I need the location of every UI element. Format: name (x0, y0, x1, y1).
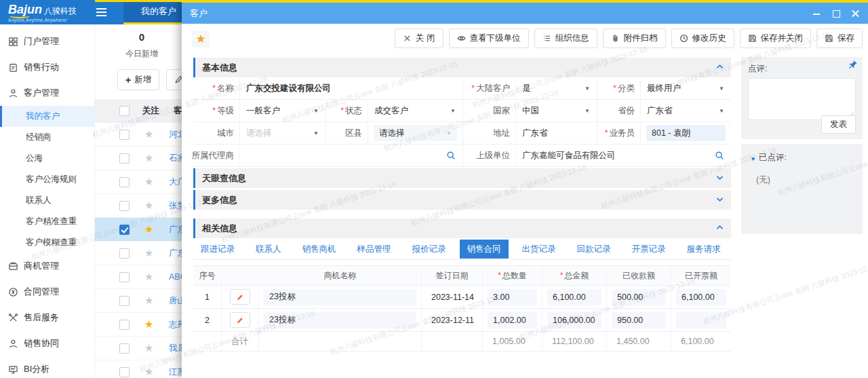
hamburger-menu-icon[interactable] (96, 0, 115, 24)
star-icon[interactable]: ★ (144, 342, 158, 354)
province-select[interactable]: 广东省 ▼ (640, 100, 731, 121)
star-icon[interactable]: ★ (144, 223, 158, 235)
chevron-up-icon[interactable] (715, 223, 724, 234)
cell-received[interactable]: 950.00 (612, 312, 666, 328)
related-tab[interactable]: 服务请求 (679, 240, 728, 259)
row-checkbox[interactable] (119, 177, 130, 187)
sidebar-subitem[interactable]: 经销商 (0, 127, 94, 148)
sidebar-subitem[interactable]: 我的客户 (0, 106, 94, 127)
cell-opportunity-name[interactable]: 23投标 (264, 289, 416, 305)
star-icon[interactable]: ★ (144, 128, 158, 140)
address-field[interactable]: 广东省 (515, 122, 597, 144)
close-button[interactable]: 关 闭 (395, 29, 443, 48)
view-subordinate-button[interactable]: 查看下级单位 (449, 29, 529, 48)
row-checkbox[interactable] (119, 225, 130, 235)
row-checkbox[interactable] (119, 320, 130, 330)
select-all-checkbox[interactable] (119, 106, 130, 116)
cell-sign-date[interactable]: 2023-11-14 (422, 286, 483, 308)
name-field[interactable]: 广东交投建设有限公司 (239, 77, 462, 99)
add-customer-button[interactable]: + 新增 (117, 69, 159, 90)
cell-total-qty[interactable]: 1,002.00 (488, 312, 537, 328)
star-icon[interactable]: ★ (144, 200, 158, 212)
comment-textarea[interactable] (748, 78, 856, 120)
city-select[interactable]: 请选择 ▼ (239, 122, 326, 144)
mainland-select[interactable]: 是 ▼ (515, 77, 597, 99)
row-checkbox[interactable] (119, 272, 130, 282)
level-select[interactable]: 一般客户 ▼ (239, 100, 326, 121)
favorite-star-button[interactable]: ★ (192, 31, 210, 48)
minimize-icon[interactable] (812, 10, 821, 18)
cell-total-qty[interactable]: 3.00 (488, 289, 537, 305)
star-icon[interactable]: ★ (144, 295, 158, 307)
save-button[interactable]: 保存 (816, 29, 863, 48)
cell-total-amount[interactable]: 6,100.00 (547, 289, 601, 305)
row-checkbox[interactable] (119, 130, 130, 140)
modify-history-button[interactable]: 修改历史 (671, 29, 734, 48)
sidebar-item-sales-collab[interactable]: 销售协同 (0, 330, 94, 356)
cell-invoiced[interactable]: 6,100.00 (676, 289, 726, 305)
district-select[interactable]: 请选择 ▼ (368, 122, 462, 144)
reviewed-toggle[interactable]: ▲ 已点评: (749, 152, 854, 164)
section-more-info[interactable]: 更多信息 (193, 190, 731, 210)
row-checkbox[interactable] (119, 201, 130, 211)
cell-total-amount[interactable]: 106,000.00 (547, 312, 601, 328)
sidebar-item-opportunity[interactable]: 商机管理 (0, 253, 94, 279)
related-tab[interactable]: 开票记录 (625, 240, 673, 259)
chevron-up-icon[interactable] (715, 62, 724, 73)
sidebar-subitem[interactable]: 客户模糊查重 (0, 232, 94, 253)
related-tab[interactable]: 回款记录 (570, 240, 618, 259)
related-tab[interactable]: 销售合同 (460, 240, 509, 259)
row-checkbox[interactable] (119, 153, 130, 164)
cell-invoiced[interactable] (676, 312, 726, 328)
related-tab[interactable]: 样品管理 (350, 240, 399, 259)
pin-icon[interactable] (848, 60, 858, 71)
star-icon[interactable]: ★ (144, 247, 158, 259)
salesperson-field[interactable]: 801 - 袁朗 (640, 122, 731, 144)
related-tab[interactable]: 联系人 (248, 240, 289, 259)
parent-unit-lookup-field[interactable]: 广东嘉能可食品有限公司 (515, 145, 731, 166)
related-tab[interactable]: 销售商机 (295, 240, 344, 259)
close-icon[interactable] (852, 10, 860, 18)
search-icon[interactable] (446, 151, 456, 160)
sidebar-subitem[interactable]: 客户公海规则 (0, 169, 94, 190)
related-tab[interactable]: 报价记录 (405, 240, 454, 259)
edit-row-button[interactable] (230, 312, 250, 328)
cell-received[interactable]: 500.00 (612, 289, 666, 305)
cell-sign-date[interactable]: 2023-12-11 (422, 309, 483, 331)
sidebar-item-portal[interactable]: 门户管理 (0, 29, 94, 54)
sidebar-subitem[interactable]: 公海 (0, 148, 94, 169)
star-icon[interactable]: ★ (144, 152, 158, 164)
star-icon[interactable]: ★ (144, 318, 158, 330)
section-basic-info[interactable]: 基本信息 (193, 58, 731, 77)
sidebar-subitem[interactable]: 联系人 (0, 190, 94, 211)
status-select[interactable]: 成交客户 ▼ (368, 100, 462, 121)
sidebar-subitem[interactable]: 客户精准查重 (0, 211, 94, 232)
chevron-down-icon[interactable] (715, 173, 724, 184)
star-icon[interactable]: ★ (144, 366, 158, 378)
agent-lookup-field[interactable] (239, 145, 462, 166)
row-checkbox[interactable] (119, 248, 130, 259)
sidebar-item-contract[interactable]: 合同管理 (0, 279, 94, 305)
sidebar-item-bi[interactable]: BI分析 (0, 356, 94, 378)
edit-row-button[interactable] (230, 289, 250, 305)
chevron-down-icon[interactable] (715, 195, 724, 206)
section-tianyancha[interactable]: 天眼查信息 (193, 168, 731, 188)
organization-info-button[interactable]: 组织信息 (534, 29, 597, 48)
row-checkbox[interactable] (119, 343, 130, 354)
sidebar-item-sales-action[interactable]: 销售行动 (0, 54, 94, 80)
publish-button[interactable]: 发表 (821, 115, 856, 134)
country-select[interactable]: 中国 ▼ (515, 100, 597, 121)
cell-opportunity-name[interactable]: 23投标 (264, 312, 416, 328)
maximize-icon[interactable] (832, 10, 840, 18)
star-icon[interactable]: ★ (144, 271, 158, 283)
attachment-archive-button[interactable]: 附件归档 (603, 29, 666, 48)
row-checkbox[interactable] (119, 296, 130, 306)
category-select[interactable]: 最终用户 ▼ (640, 77, 731, 99)
related-tab[interactable]: 出货记录 (515, 240, 564, 259)
star-icon[interactable]: ★ (144, 176, 158, 188)
sidebar-item-after-sales[interactable]: 售后服务 (0, 305, 94, 330)
related-tab[interactable]: 跟进记录 (193, 240, 242, 259)
sidebar-item-customer-mgmt[interactable]: 客户管理 (0, 80, 94, 106)
search-icon[interactable] (715, 151, 724, 160)
save-and-close-button[interactable]: 保存并关闭 (740, 29, 812, 48)
